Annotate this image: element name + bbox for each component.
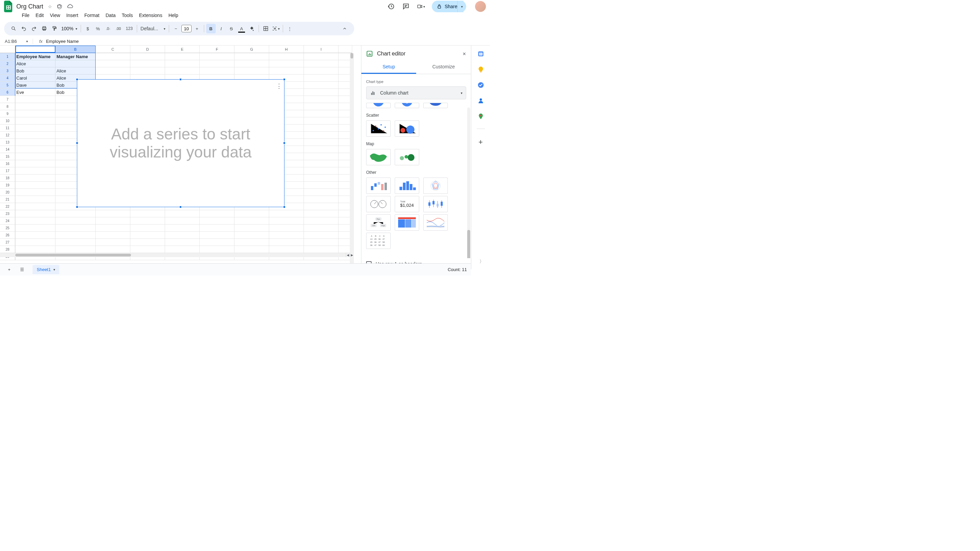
cell[interactable] <box>15 146 56 153</box>
cloud-status-icon[interactable] <box>67 4 73 9</box>
cell[interactable] <box>95 60 130 67</box>
col-header-E[interactable]: E <box>165 46 200 53</box>
menu-extensions[interactable]: Extensions <box>136 12 165 19</box>
cell[interactable] <box>130 67 165 75</box>
col-header-G[interactable]: G <box>234 46 269 53</box>
cell[interactable] <box>304 246 339 253</box>
cell[interactable] <box>200 210 234 218</box>
chart-thumb-timeline[interactable] <box>423 214 448 230</box>
row-header[interactable]: 3 <box>0 67 15 75</box>
cell[interactable] <box>15 210 56 218</box>
chart-thumb[interactable] <box>366 103 391 108</box>
cell[interactable] <box>304 89 339 96</box>
col-header-H[interactable]: H <box>269 46 304 53</box>
cell[interactable] <box>304 175 339 182</box>
row-header[interactable]: 21 <box>0 196 15 203</box>
print-icon[interactable] <box>40 24 49 33</box>
row-header[interactable]: 26 <box>0 232 15 239</box>
currency-icon[interactable]: $ <box>83 24 92 33</box>
chart-thumb-org[interactable]: PetsCatsDogs <box>366 214 391 230</box>
collapse-toolbar-icon[interactable] <box>340 24 350 33</box>
cell[interactable] <box>15 175 56 182</box>
chart-thumb-waterfall[interactable] <box>366 178 391 194</box>
cell[interactable] <box>56 232 95 239</box>
cell[interactable] <box>304 167 339 175</box>
row-header[interactable]: 5 <box>0 82 15 89</box>
name-box[interactable]: A1:B6▾ <box>3 38 29 44</box>
cell[interactable] <box>15 189 56 196</box>
cell[interactable] <box>304 218 339 224</box>
cell[interactable] <box>95 67 130 75</box>
meet-icon[interactable]: ▾ <box>417 2 425 11</box>
chart-thumb-geo[interactable] <box>366 149 391 165</box>
menu-file[interactable]: File <box>19 12 32 19</box>
cell[interactable] <box>95 246 130 253</box>
number-format[interactable]: 123 <box>124 24 135 33</box>
row-header[interactable]: 1 <box>0 53 15 60</box>
row-header[interactable]: 28 <box>0 246 15 253</box>
resize-handle[interactable] <box>179 206 182 208</box>
cell[interactable] <box>56 224 95 232</box>
cell[interactable] <box>304 239 339 246</box>
row-header[interactable]: 8 <box>0 103 15 110</box>
cell[interactable] <box>269 224 304 232</box>
row-header[interactable]: 9 <box>0 110 15 118</box>
decrease-font-icon[interactable]: − <box>171 24 181 33</box>
cell[interactable] <box>56 246 95 253</box>
increase-decimal-icon[interactable]: .00 <box>114 24 123 33</box>
row-header[interactable]: 19 <box>0 182 15 189</box>
star-icon[interactable]: ☆ <box>48 4 52 9</box>
cell[interactable] <box>15 118 56 124</box>
cell[interactable] <box>304 82 339 89</box>
row-header[interactable]: 6 <box>0 89 15 96</box>
history-icon[interactable] <box>387 2 395 11</box>
horizontal-scrollbar[interactable]: ◀▶ <box>0 253 354 257</box>
cell[interactable] <box>95 224 130 232</box>
cell[interactable] <box>15 239 56 246</box>
col-header-J[interactable] <box>339 46 352 53</box>
cell[interactable] <box>304 75 339 82</box>
cell[interactable] <box>165 239 200 246</box>
tab-customize[interactable]: Customize <box>416 60 471 74</box>
cell[interactable] <box>15 246 56 253</box>
cell[interactable] <box>165 246 200 253</box>
menu-help[interactable]: Help <box>166 12 181 19</box>
cell[interactable] <box>304 146 339 153</box>
cell[interactable]: Alice <box>56 67 95 75</box>
redo-icon[interactable] <box>29 24 39 33</box>
col-header-A[interactable]: A <box>15 46 56 53</box>
cell[interactable] <box>269 246 304 253</box>
menu-view[interactable]: View <box>47 12 63 19</box>
cell[interactable] <box>234 246 269 253</box>
cell[interactable] <box>269 67 304 75</box>
cell[interactable] <box>95 239 130 246</box>
chart-thumb-treemap[interactable] <box>395 214 419 230</box>
percent-icon[interactable]: % <box>93 24 103 33</box>
cell[interactable] <box>304 182 339 189</box>
increase-font-icon[interactable]: + <box>192 24 202 33</box>
cell[interactable]: Carol <box>15 75 56 82</box>
borders-button[interactable] <box>261 24 270 33</box>
cell[interactable] <box>165 224 200 232</box>
vertical-scrollbar[interactable] <box>350 53 354 265</box>
cell[interactable] <box>200 67 234 75</box>
text-color-button[interactable]: A <box>237 24 247 33</box>
cell[interactable] <box>95 210 130 218</box>
cell[interactable] <box>130 232 165 239</box>
col-header-I[interactable]: I <box>304 46 339 53</box>
chart-thumb-table[interactable]: ABCD142536472536475836475869 <box>366 233 391 249</box>
close-editor-icon[interactable]: ✕ <box>463 51 466 56</box>
cell[interactable] <box>304 189 339 196</box>
move-icon[interactable] <box>57 4 62 9</box>
strikethrough-button[interactable]: S <box>227 24 236 33</box>
cell[interactable] <box>304 53 339 60</box>
cell[interactable] <box>15 132 56 139</box>
menu-insert[interactable]: Insert <box>64 12 81 19</box>
col-header-C[interactable]: C <box>95 46 130 53</box>
cell[interactable] <box>304 203 339 210</box>
cell[interactable] <box>165 210 200 218</box>
cell[interactable] <box>234 60 269 67</box>
cell[interactable] <box>15 153 56 160</box>
keep-icon[interactable] <box>477 66 484 73</box>
cell[interactable] <box>15 224 56 232</box>
